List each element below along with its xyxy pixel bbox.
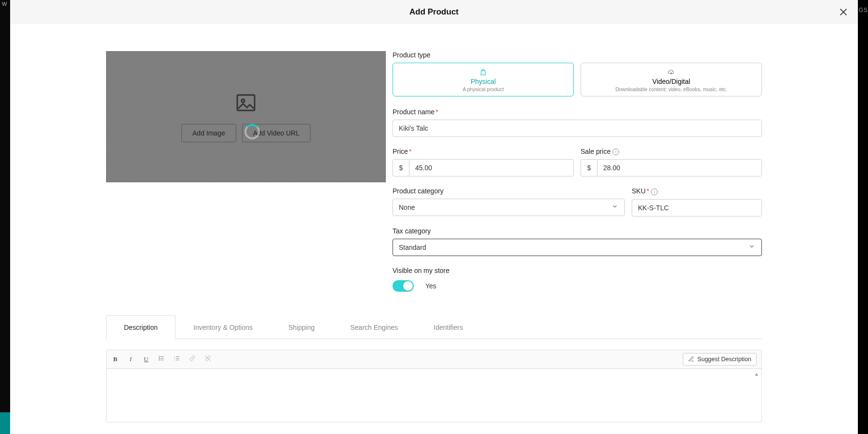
bold-button[interactable]: B	[111, 355, 119, 363]
currency-symbol: $	[393, 159, 409, 176]
tab-description[interactable]: Description	[106, 315, 176, 339]
product-category-select[interactable]: None	[393, 199, 625, 216]
editor-toolbar: B I U 123 Suggest Description	[107, 350, 761, 369]
product-category-label: Product category	[393, 187, 625, 195]
link-button[interactable]	[189, 355, 196, 364]
underline-button[interactable]: U	[142, 355, 150, 363]
tab-identifiers[interactable]: Identifiers	[416, 315, 481, 339]
svg-point-2	[159, 356, 160, 357]
tab-inventory-options[interactable]: Inventory & Options	[176, 315, 271, 339]
bg-left-text: W	[2, 1, 7, 7]
sku-label: SKU*i	[632, 187, 762, 195]
bg-right-text: GS	[859, 7, 868, 14]
price-label: Price*	[393, 148, 574, 155]
product-type-label: Product type	[393, 51, 762, 59]
sale-price-input[interactable]	[597, 159, 762, 176]
visible-toggle-state: Yes	[425, 282, 436, 290]
background-left-strip	[0, 0, 10, 434]
tab-search-engines[interactable]: Search Engines	[332, 315, 416, 339]
media-dropzone[interactable]: Add Image Add Video URL	[106, 51, 386, 182]
suggest-description-label: Suggest Description	[697, 356, 751, 363]
product-name-label: Product name*	[393, 108, 762, 116]
type-physical-sub: A physical product	[398, 86, 569, 92]
close-button[interactable]	[838, 6, 849, 18]
svg-point-4	[159, 360, 160, 360]
description-textarea[interactable]: ▲	[107, 369, 761, 422]
modal-body: Add Image Add Video URL Product type Phy…	[10, 24, 858, 434]
svg-text:3: 3	[174, 359, 175, 361]
product-form: Product type Physical A physical product	[393, 51, 762, 292]
add-product-modal: Add Product Add Image Add Video URL	[10, 0, 858, 434]
suggest-description-button[interactable]: Suggest Description	[683, 353, 757, 366]
svg-point-1	[242, 99, 244, 102]
visible-toggle[interactable]	[393, 280, 414, 292]
add-image-button[interactable]: Add Image	[181, 124, 236, 142]
unlink-button[interactable]	[204, 355, 212, 364]
sku-input[interactable]	[632, 199, 762, 217]
italic-button[interactable]: I	[127, 355, 135, 363]
info-icon[interactable]: i	[612, 149, 619, 155]
cloud-download-icon	[586, 68, 757, 77]
type-digital-sub: Downloadable content: video, eBooks, mus…	[586, 86, 757, 92]
type-digital-title: Video/Digital	[586, 78, 757, 85]
svg-rect-0	[237, 95, 255, 110]
product-type-digital[interactable]: Video/Digital Downloadable content: vide…	[581, 63, 762, 96]
product-name-input[interactable]	[393, 120, 762, 137]
tax-category-label: Tax category	[393, 227, 762, 235]
scroll-up-icon[interactable]: ▲	[753, 371, 760, 378]
tab-shipping[interactable]: Shipping	[271, 315, 333, 339]
info-icon[interactable]: i	[651, 189, 658, 195]
product-type-physical[interactable]: Physical A physical product	[393, 63, 574, 96]
price-input[interactable]	[409, 159, 574, 176]
currency-symbol-sale: $	[581, 159, 597, 176]
visible-label: Visible on my store	[393, 267, 762, 274]
ordered-list-button[interactable]: 123	[173, 355, 181, 364]
description-editor: B I U 123 Suggest Description ▲	[106, 350, 762, 422]
sale-price-label: Sale pricei	[581, 148, 762, 155]
image-placeholder-icon	[234, 91, 258, 114]
product-tabs: Description Inventory & Options Shipping…	[106, 315, 762, 339]
bag-icon	[398, 68, 569, 77]
type-physical-title: Physical	[398, 78, 569, 85]
svg-point-3	[159, 358, 160, 358]
unordered-list-button[interactable]	[158, 355, 165, 364]
modal-title: Add Product	[409, 7, 459, 17]
loading-spinner-icon	[244, 124, 260, 139]
background-accent	[0, 412, 10, 434]
close-icon	[838, 7, 849, 17]
modal-header: Add Product	[10, 0, 858, 24]
tax-category-select[interactable]: Standard	[393, 239, 762, 256]
